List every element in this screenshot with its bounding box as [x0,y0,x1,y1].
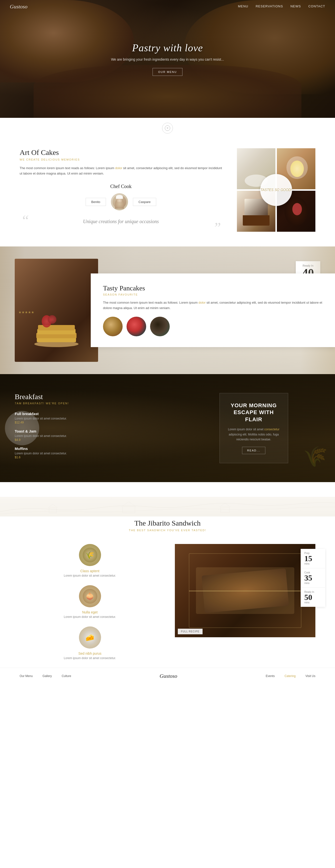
footer-item-our-menu[interactable]: Our menu [20,674,33,678]
pancakes-description: The most common lorem ipsum text reads a… [103,300,325,311]
menu-item-1: Full breakfast Lorem ipsum dolor sit ame… [15,412,158,424]
menu-item-2-title: Toast & Jam [15,429,158,433]
menu-item-2-desc: Lorem ipsum dolor sit amet consectetur. [15,434,158,438]
prep-unit: mins [304,562,322,565]
footer-item-culture[interactable]: culture [62,674,71,678]
nav-item-reservations[interactable]: Reservations [256,4,283,8]
art-link[interactable]: dolor [115,166,122,170]
jibarito-header: The Jibarito Sandwich THE BEST SANDWICH … [0,519,335,532]
scroll-circle-outer [162,123,173,133]
chef-benito-button[interactable]: Benito [86,198,106,206]
pancakes-title: Tasty Pancakes [103,284,325,292]
footer-item-catering[interactable]: Catering [284,674,296,678]
menu-item-1-title: Full breakfast [15,412,158,416]
chef-title: Chef Cook [20,184,222,189]
scroll-circle-inner [165,125,170,131]
footer: Our menu Gallery culture Gustoso Events … [0,668,335,684]
svg-rect-2 [221,507,229,513]
food-circles [103,317,325,336]
ingredient-1: 🌾 Class aptent Lorem ipsum dolor sit ame… [20,544,160,577]
ingredient-1-image: 🌾 [79,544,101,566]
art-of-cakes-section: Art Of Cakes WE CREATE DELICIOUS MEMORIE… [0,136,335,246]
art-right-images: TASTES SO GOOD! [237,148,315,232]
read-button[interactable]: READ... [242,447,266,454]
footer-item-events[interactable]: Events [266,674,275,678]
jibarito-left-content: 🌾 Class aptent Lorem ipsum dolor sit ame… [20,544,160,668]
cook-time-row: Cook 35 mins [301,568,325,588]
ingredient-2: 🧅 Nulla eget Lorem ipsum dolor sit amet … [20,585,160,619]
art-description: The most common lorem ipsum text reads a… [20,165,222,176]
footer-item-gallery[interactable]: Gallery [42,674,52,678]
breakfast-right-content: YOUR MORNING ESCAPE WITH FLAIR Lorem ips… [172,383,335,473]
farm-sketch-decoration [0,497,335,517]
ingredient-2-image: 🧅 [79,585,101,607]
pancakes-section: ★★★★★ Tasty Pancakes SEASON FAVOURITE Th… [0,246,335,374]
morning-link[interactable]: consectetur [264,428,279,431]
svg-rect-1 [123,507,135,513]
hero-section: Gustoso Menu Reservations News Contact P… [0,0,335,118]
menu-item-1-desc: Lorem ipsum dolor sit amet consectetur. [15,417,158,420]
breakfast-left-content: Breakfast 7AM BREAKFAST! WE'RE OPEN! Ful… [0,380,172,476]
food-circle-3 [150,317,170,336]
ingredient-3-image: 🧀 [79,626,101,649]
menu-item-3-desc: Lorem ipsum dolor sit amet consectetur. [15,452,158,455]
chef-avatar [111,193,128,210]
art-title: Art Of Cakes [20,148,222,157]
ingredient-3-name: Sed nibh purus [78,651,101,655]
food-circle-1 [103,317,123,336]
ready-time-row: Ready In 50 mins [301,588,325,607]
menu-item-2: Toast & Jam Lorem ipsum dolor sit amet c… [15,429,158,442]
cook-unit: mins [304,582,322,585]
scroll-arrow-icon [166,127,169,129]
tastes-overlay: TASTES SO GOOD! [260,174,292,206]
nav-item-news[interactable]: News [290,4,301,8]
full-recipe-badge[interactable]: FULL RECIPE [178,629,203,634]
pancakes-link[interactable]: dolor [198,301,205,304]
wheat-decoration-icon: 🌾 [303,445,328,468]
chef-quote: Unique creations for unique occasions [20,215,222,227]
menu-item-1-price: $12.49 [15,421,158,424]
ingredient-1-desc: Lorem ipsum dolor sit amet consectetur. [64,574,116,577]
pancakes-food-image: ★★★★★ [15,259,98,362]
breakfast-title: Breakfast [15,393,158,401]
ingredient-2-desc: Lorem ipsum dolor sit amet consectetur. [64,615,116,619]
menu-item-3: Muffins Lorem ipsum dolor sit amet conse… [15,446,158,459]
recipe-timer: Prep 15 mins Cook 35 mins Ready In 50 mi… [301,549,325,607]
ingredient-3-desc: Lorem ipsum dolor sit amet consectetur. [64,656,116,660]
nav-item-contact[interactable]: Contact [308,4,325,8]
cake-image-grid: TASTES SO GOOD! [237,148,315,232]
scroll-indicator [0,118,335,136]
our-menu-button[interactable]: OUR MENU [153,68,182,76]
breakfast-subtitle: 7AM BREAKFAST! WE'RE OPEN! [15,402,158,405]
hero-title: Pastry with love [111,42,224,54]
jibarito-title: The Jibarito Sandwich [0,519,335,527]
menu-item-3-title: Muffins [15,446,158,451]
hero-nav: Menu Reservations News Contact [0,0,335,12]
art-subtitle: WE CREATE DELICIOUS MEMORIES [20,158,222,161]
morning-text: Lorem ipsum dolor sit amet consectetur a… [227,427,280,442]
nav-item-menu[interactable]: Menu [238,4,248,8]
jibarito-subtitle: THE BEST SANDWICH YOU'VE EVER TASTED! [0,529,335,532]
pancakes-season: SEASON FAVOURITE [103,293,325,296]
chef-caspare-button[interactable]: Caspare [133,198,156,206]
ingredient-2-name: Nulla eget [82,610,98,614]
hero-content: Pastry with love We are bringing your fr… [111,42,224,76]
breakfast-section: Breakfast 7AM BREAKFAST! WE'RE OPEN! Ful… [0,374,335,482]
menu-item-3-price: $1.6 [15,456,158,459]
footer-nav-left: Our menu Gallery culture [20,674,71,678]
jibarito-section: The Jibarito Sandwich THE BEST SANDWICH … [0,482,335,668]
ready-unit: mins [304,601,322,604]
morning-title: YOUR MORNING ESCAPE WITH FLAIR [227,402,280,423]
art-left-content: Art Of Cakes WE CREATE DELICIOUS MEMORIE… [20,148,222,232]
prep-time-row: Prep 15 mins [301,549,325,568]
jibarito-content: 🌾 Class aptent Lorem ipsum dolor sit ame… [0,544,335,668]
pancakes-content-card: Tasty Pancakes SEASON FAVOURITE The most… [91,274,335,347]
jibarito-right-content: FULL RECIPE Prep 15 mins Cook 35 mins Re… [175,544,315,637]
prep-number: 15 [304,555,322,562]
ready-number: 50 [304,593,322,601]
footer-item-visit[interactable]: Visit us [306,674,315,678]
chef-avatar-inner [112,195,126,209]
morning-escape-card: YOUR MORNING ESCAPE WITH FLAIR Lorem ips… [220,393,288,463]
chef-row: Benito Caspare [20,193,222,210]
chef-quote-text: Unique creations for unique occasions [83,219,159,224]
